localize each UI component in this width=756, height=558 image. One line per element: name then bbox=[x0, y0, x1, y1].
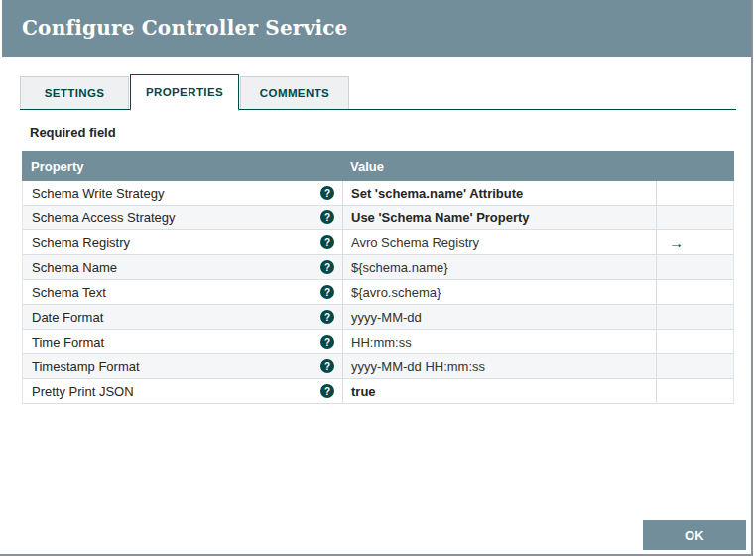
property-cell: Schema Text ? bbox=[23, 280, 343, 304]
property-value[interactable]: Avro Schema Registry bbox=[343, 230, 657, 254]
property-name: Schema Name bbox=[32, 260, 117, 275]
property-name: Schema Access Strategy bbox=[32, 210, 176, 225]
help-icon[interactable]: ? bbox=[320, 260, 334, 274]
property-cell: Schema Access Strategy ? bbox=[23, 206, 343, 229]
help-icon[interactable]: ? bbox=[320, 235, 334, 249]
ok-button[interactable]: OK bbox=[643, 520, 746, 550]
help-icon[interactable]: ? bbox=[320, 359, 334, 373]
extra-cell bbox=[657, 379, 733, 403]
property-name: Schema Text bbox=[32, 285, 106, 300]
table-row[interactable]: Schema Access Strategy ? Use 'Schema Nam… bbox=[23, 206, 733, 230]
help-icon[interactable]: ? bbox=[320, 384, 334, 398]
extra-cell bbox=[657, 255, 733, 279]
property-name: Schema Write Strategy bbox=[32, 186, 164, 201]
dialog: Configure Controller Service SETTINGS PR… bbox=[0, 0, 753, 556]
property-value[interactable]: ${avro.schema} bbox=[343, 280, 657, 304]
tab-bar: SETTINGS PROPERTIES COMMENTS bbox=[20, 74, 736, 110]
extra-cell bbox=[657, 181, 733, 205]
required-field-legend: Required field bbox=[30, 125, 116, 140]
property-name: Time Format bbox=[32, 335, 104, 349]
extra-cell bbox=[657, 206, 733, 229]
property-name: Schema Registry bbox=[32, 235, 130, 250]
column-header-value: Value bbox=[342, 159, 656, 174]
property-name: Date Format bbox=[32, 310, 103, 325]
extra-cell bbox=[657, 280, 733, 304]
table-header-row: Property Value bbox=[22, 151, 734, 181]
column-header-property: Property bbox=[22, 159, 342, 174]
properties-table: Property Value Schema Write Strategy ? S… bbox=[22, 151, 734, 404]
table-row[interactable]: Schema Write Strategy ? Set 'schema.name… bbox=[23, 181, 733, 206]
property-cell: Timestamp Format ? bbox=[23, 354, 343, 378]
extra-cell bbox=[657, 305, 733, 329]
property-value[interactable]: true bbox=[343, 379, 657, 403]
tab-properties[interactable]: PROPERTIES bbox=[130, 74, 239, 111]
table-body: Schema Write Strategy ? Set 'schema.name… bbox=[22, 181, 734, 404]
dialog-title: Configure Controller Service bbox=[2, 0, 751, 57]
property-cell: Pretty Print JSON ? bbox=[23, 379, 343, 403]
table-row[interactable]: Date Format ? yyyy-MM-dd bbox=[23, 305, 733, 330]
help-icon[interactable]: ? bbox=[320, 186, 334, 200]
extra-cell bbox=[657, 354, 733, 378]
property-name: Pretty Print JSON bbox=[32, 384, 134, 399]
table-row[interactable]: Schema Text ? ${avro.schema} bbox=[23, 280, 733, 305]
tab-settings[interactable]: SETTINGS bbox=[20, 76, 129, 109]
property-name: Timestamp Format bbox=[32, 359, 140, 374]
table-row[interactable]: Time Format ? HH:mm:ss bbox=[23, 330, 733, 354]
property-value[interactable]: Set 'schema.name' Attribute bbox=[343, 181, 657, 205]
extra-cell bbox=[657, 330, 733, 353]
property-cell: Schema Write Strategy ? bbox=[23, 181, 343, 205]
help-icon[interactable]: ? bbox=[320, 210, 334, 224]
property-value[interactable]: yyyy-MM-dd HH:mm:ss bbox=[343, 354, 657, 378]
property-cell: Schema Name ? bbox=[23, 255, 343, 279]
dialog-titlebar: Configure Controller Service bbox=[2, 0, 751, 57]
help-icon[interactable]: ? bbox=[320, 335, 334, 349]
property-value[interactable]: Use 'Schema Name' Property bbox=[343, 206, 657, 229]
property-cell: Schema Registry ? bbox=[23, 230, 343, 254]
property-value[interactable]: yyyy-MM-dd bbox=[343, 305, 657, 329]
tab-comments[interactable]: COMMENTS bbox=[240, 76, 349, 109]
property-value[interactable]: ${schema.name} bbox=[343, 255, 657, 279]
property-cell: Date Format ? bbox=[23, 305, 343, 329]
table-row[interactable]: Timestamp Format ? yyyy-MM-dd HH:mm:ss bbox=[23, 354, 733, 379]
table-row[interactable]: Schema Name ? ${schema.name} bbox=[23, 255, 733, 280]
extra-cell: → bbox=[657, 230, 733, 254]
property-value[interactable]: HH:mm:ss bbox=[343, 330, 657, 353]
help-icon[interactable]: ? bbox=[320, 285, 334, 299]
table-row[interactable]: Schema Registry ? Avro Schema Registry → bbox=[23, 230, 733, 255]
goto-arrow-icon[interactable]: → bbox=[669, 235, 684, 250]
help-icon[interactable]: ? bbox=[320, 310, 334, 324]
property-cell: Time Format ? bbox=[23, 330, 343, 353]
table-row[interactable]: Pretty Print JSON ? true bbox=[23, 379, 733, 404]
